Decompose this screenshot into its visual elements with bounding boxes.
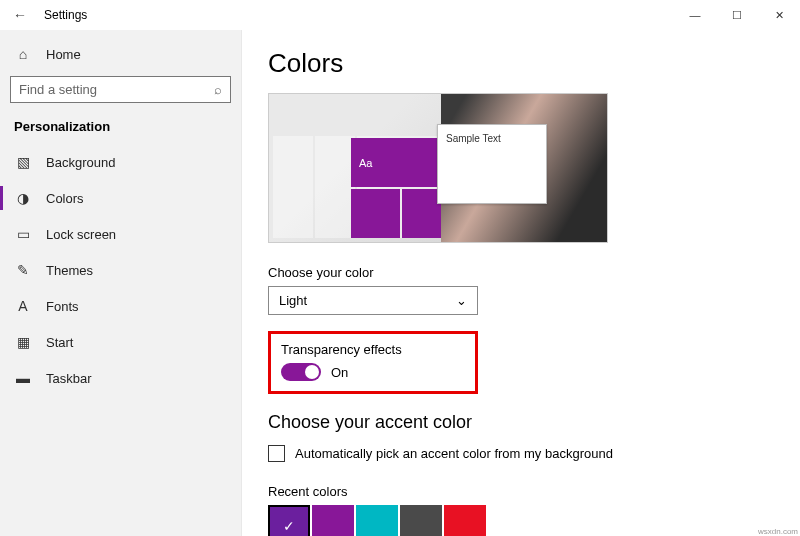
- start-icon: ▦: [14, 334, 32, 350]
- choose-color-value: Light: [279, 293, 307, 308]
- sidebar-item-colors[interactable]: ◑ Colors: [0, 180, 241, 216]
- app-title: Settings: [44, 8, 87, 22]
- color-preview: Aa Sample Text: [268, 93, 608, 243]
- transparency-toggle[interactable]: [281, 363, 321, 381]
- auto-pick-label: Automatically pick an accent color from …: [295, 446, 613, 461]
- chevron-down-icon: ⌄: [456, 293, 467, 308]
- sidebar-item-themes[interactable]: ✎ Themes: [0, 252, 241, 288]
- choose-color-label: Choose your color: [268, 265, 774, 280]
- maximize-button[interactable]: ☐: [716, 0, 758, 30]
- color-swatch[interactable]: [312, 505, 354, 536]
- transparency-section: Transparency effects On: [268, 331, 478, 394]
- search-placeholder: Find a setting: [19, 82, 97, 97]
- sidebar-item-label: Themes: [46, 263, 93, 278]
- color-swatch[interactable]: [400, 505, 442, 536]
- page-title: Colors: [268, 48, 774, 79]
- sidebar-item-background[interactable]: ▧ Background: [0, 144, 241, 180]
- search-icon: ⌕: [214, 82, 222, 97]
- sidebar: ⌂ Home Find a setting ⌕ Personalization …: [0, 30, 242, 536]
- minimize-button[interactable]: —: [674, 0, 716, 30]
- fonts-icon: A: [14, 298, 32, 314]
- palette-icon: ◑: [14, 190, 32, 206]
- sidebar-item-label: Fonts: [46, 299, 79, 314]
- lock-screen-icon: ▭: [14, 226, 32, 242]
- search-input[interactable]: Find a setting ⌕: [10, 76, 231, 103]
- sidebar-item-label: Background: [46, 155, 115, 170]
- sidebar-home[interactable]: ⌂ Home: [0, 36, 241, 72]
- sidebar-section: Personalization: [0, 113, 241, 144]
- back-button[interactable]: ←: [8, 7, 32, 23]
- recent-colors: [268, 505, 774, 536]
- sidebar-item-label: Lock screen: [46, 227, 116, 242]
- sidebar-item-taskbar[interactable]: ▬ Taskbar: [0, 360, 241, 396]
- choose-color-dropdown[interactable]: Light ⌄: [268, 286, 478, 315]
- themes-icon: ✎: [14, 262, 32, 278]
- home-icon: ⌂: [14, 46, 32, 62]
- image-icon: ▧: [14, 154, 32, 170]
- auto-pick-checkbox[interactable]: [268, 445, 285, 462]
- taskbar-icon: ▬: [14, 370, 32, 386]
- color-swatch[interactable]: [444, 505, 486, 536]
- sidebar-item-label: Taskbar: [46, 371, 92, 386]
- color-swatch[interactable]: [268, 505, 310, 536]
- main-content: Colors Aa Sample Text Choose your color …: [242, 30, 800, 536]
- color-swatch[interactable]: [356, 505, 398, 536]
- titlebar: ← Settings — ☐ ✕: [0, 0, 800, 30]
- sidebar-home-label: Home: [46, 47, 81, 62]
- preview-sample-window: Sample Text: [437, 124, 547, 204]
- transparency-state: On: [331, 365, 348, 380]
- preview-tile-text: Aa: [351, 138, 451, 187]
- sidebar-item-label: Start: [46, 335, 73, 350]
- watermark: wsxdn.com: [758, 527, 798, 536]
- sidebar-item-lock-screen[interactable]: ▭ Lock screen: [0, 216, 241, 252]
- accent-heading: Choose your accent color: [268, 412, 774, 433]
- transparency-label: Transparency effects: [281, 342, 465, 357]
- recent-colors-label: Recent colors: [268, 484, 774, 499]
- sidebar-item-start[interactable]: ▦ Start: [0, 324, 241, 360]
- sidebar-item-label: Colors: [46, 191, 84, 206]
- sidebar-item-fonts[interactable]: A Fonts: [0, 288, 241, 324]
- close-button[interactable]: ✕: [758, 0, 800, 30]
